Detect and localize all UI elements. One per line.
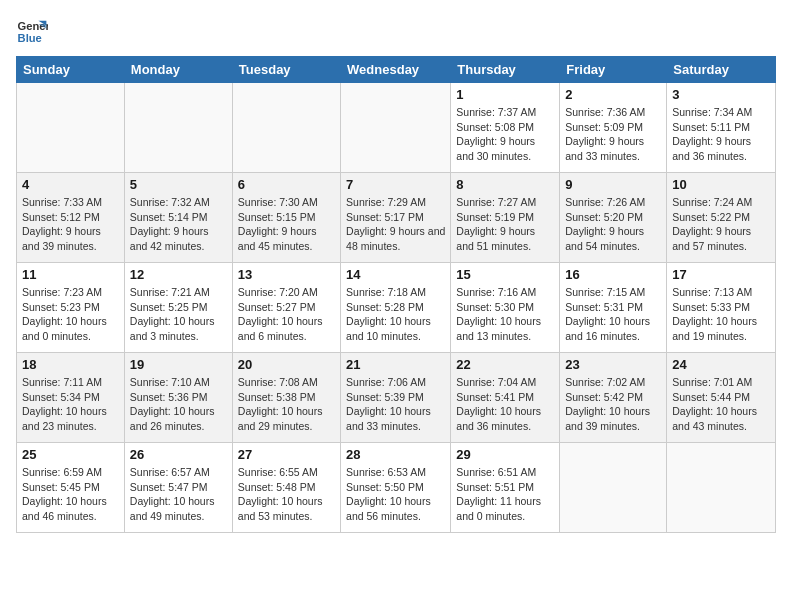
day-info: Sunrise: 7:10 AM Sunset: 5:36 PM Dayligh… <box>130 375 227 434</box>
calendar-cell: 16Sunrise: 7:15 AM Sunset: 5:31 PM Dayli… <box>560 263 667 353</box>
day-number: 11 <box>22 267 119 282</box>
calendar-cell: 9Sunrise: 7:26 AM Sunset: 5:20 PM Daylig… <box>560 173 667 263</box>
day-number: 14 <box>346 267 445 282</box>
day-info: Sunrise: 7:11 AM Sunset: 5:34 PM Dayligh… <box>22 375 119 434</box>
day-number: 20 <box>238 357 335 372</box>
day-number: 5 <box>130 177 227 192</box>
svg-text:Blue: Blue <box>18 32 42 44</box>
calendar-header-row: SundayMondayTuesdayWednesdayThursdayFrid… <box>17 57 776 83</box>
day-info: Sunrise: 7:34 AM Sunset: 5:11 PM Dayligh… <box>672 105 770 164</box>
day-number: 8 <box>456 177 554 192</box>
day-info: Sunrise: 7:27 AM Sunset: 5:19 PM Dayligh… <box>456 195 554 254</box>
day-number: 10 <box>672 177 770 192</box>
day-number: 26 <box>130 447 227 462</box>
day-info: Sunrise: 7:16 AM Sunset: 5:30 PM Dayligh… <box>456 285 554 344</box>
calendar-cell: 20Sunrise: 7:08 AM Sunset: 5:38 PM Dayli… <box>232 353 340 443</box>
calendar-cell: 19Sunrise: 7:10 AM Sunset: 5:36 PM Dayli… <box>124 353 232 443</box>
day-info: Sunrise: 7:02 AM Sunset: 5:42 PM Dayligh… <box>565 375 661 434</box>
day-info: Sunrise: 6:55 AM Sunset: 5:48 PM Dayligh… <box>238 465 335 524</box>
day-number: 22 <box>456 357 554 372</box>
day-number: 2 <box>565 87 661 102</box>
day-info: Sunrise: 6:51 AM Sunset: 5:51 PM Dayligh… <box>456 465 554 524</box>
calendar-week-row: 11Sunrise: 7:23 AM Sunset: 5:23 PM Dayli… <box>17 263 776 353</box>
day-info: Sunrise: 7:01 AM Sunset: 5:44 PM Dayligh… <box>672 375 770 434</box>
calendar-cell: 6Sunrise: 7:30 AM Sunset: 5:15 PM Daylig… <box>232 173 340 263</box>
calendar-cell <box>232 83 340 173</box>
calendar-cell: 13Sunrise: 7:20 AM Sunset: 5:27 PM Dayli… <box>232 263 340 353</box>
logo-icon: General Blue <box>16 16 48 48</box>
day-header-sunday: Sunday <box>17 57 125 83</box>
calendar-week-row: 18Sunrise: 7:11 AM Sunset: 5:34 PM Dayli… <box>17 353 776 443</box>
day-number: 12 <box>130 267 227 282</box>
day-info: Sunrise: 7:24 AM Sunset: 5:22 PM Dayligh… <box>672 195 770 254</box>
calendar-cell <box>17 83 125 173</box>
day-number: 7 <box>346 177 445 192</box>
day-number: 15 <box>456 267 554 282</box>
calendar-cell <box>667 443 776 533</box>
day-info: Sunrise: 7:36 AM Sunset: 5:09 PM Dayligh… <box>565 105 661 164</box>
day-info: Sunrise: 7:37 AM Sunset: 5:08 PM Dayligh… <box>456 105 554 164</box>
day-info: Sunrise: 7:08 AM Sunset: 5:38 PM Dayligh… <box>238 375 335 434</box>
calendar-cell: 27Sunrise: 6:55 AM Sunset: 5:48 PM Dayli… <box>232 443 340 533</box>
calendar-cell: 12Sunrise: 7:21 AM Sunset: 5:25 PM Dayli… <box>124 263 232 353</box>
calendar-cell: 10Sunrise: 7:24 AM Sunset: 5:22 PM Dayli… <box>667 173 776 263</box>
calendar-cell <box>341 83 451 173</box>
calendar-table: SundayMondayTuesdayWednesdayThursdayFrid… <box>16 56 776 533</box>
day-info: Sunrise: 7:20 AM Sunset: 5:27 PM Dayligh… <box>238 285 335 344</box>
day-info: Sunrise: 7:33 AM Sunset: 5:12 PM Dayligh… <box>22 195 119 254</box>
day-number: 6 <box>238 177 335 192</box>
day-header-wednesday: Wednesday <box>341 57 451 83</box>
calendar-cell: 17Sunrise: 7:13 AM Sunset: 5:33 PM Dayli… <box>667 263 776 353</box>
day-info: Sunrise: 7:06 AM Sunset: 5:39 PM Dayligh… <box>346 375 445 434</box>
calendar-cell: 29Sunrise: 6:51 AM Sunset: 5:51 PM Dayli… <box>451 443 560 533</box>
day-number: 3 <box>672 87 770 102</box>
calendar-week-row: 1Sunrise: 7:37 AM Sunset: 5:08 PM Daylig… <box>17 83 776 173</box>
calendar-cell: 5Sunrise: 7:32 AM Sunset: 5:14 PM Daylig… <box>124 173 232 263</box>
day-info: Sunrise: 7:15 AM Sunset: 5:31 PM Dayligh… <box>565 285 661 344</box>
calendar-cell: 7Sunrise: 7:29 AM Sunset: 5:17 PM Daylig… <box>341 173 451 263</box>
calendar-cell: 24Sunrise: 7:01 AM Sunset: 5:44 PM Dayli… <box>667 353 776 443</box>
day-number: 21 <box>346 357 445 372</box>
calendar-cell: 3Sunrise: 7:34 AM Sunset: 5:11 PM Daylig… <box>667 83 776 173</box>
calendar-cell: 22Sunrise: 7:04 AM Sunset: 5:41 PM Dayli… <box>451 353 560 443</box>
calendar-cell: 25Sunrise: 6:59 AM Sunset: 5:45 PM Dayli… <box>17 443 125 533</box>
day-header-friday: Friday <box>560 57 667 83</box>
day-info: Sunrise: 7:21 AM Sunset: 5:25 PM Dayligh… <box>130 285 227 344</box>
day-number: 1 <box>456 87 554 102</box>
calendar-week-row: 25Sunrise: 6:59 AM Sunset: 5:45 PM Dayli… <box>17 443 776 533</box>
calendar-cell <box>560 443 667 533</box>
day-info: Sunrise: 7:18 AM Sunset: 5:28 PM Dayligh… <box>346 285 445 344</box>
day-header-saturday: Saturday <box>667 57 776 83</box>
day-info: Sunrise: 7:23 AM Sunset: 5:23 PM Dayligh… <box>22 285 119 344</box>
day-header-monday: Monday <box>124 57 232 83</box>
day-number: 18 <box>22 357 119 372</box>
calendar-cell: 1Sunrise: 7:37 AM Sunset: 5:08 PM Daylig… <box>451 83 560 173</box>
day-number: 19 <box>130 357 227 372</box>
day-header-tuesday: Tuesday <box>232 57 340 83</box>
day-info: Sunrise: 7:26 AM Sunset: 5:20 PM Dayligh… <box>565 195 661 254</box>
calendar-cell: 23Sunrise: 7:02 AM Sunset: 5:42 PM Dayli… <box>560 353 667 443</box>
day-number: 28 <box>346 447 445 462</box>
day-info: Sunrise: 7:29 AM Sunset: 5:17 PM Dayligh… <box>346 195 445 254</box>
logo: General Blue <box>16 16 52 48</box>
calendar-week-row: 4Sunrise: 7:33 AM Sunset: 5:12 PM Daylig… <box>17 173 776 263</box>
day-number: 4 <box>22 177 119 192</box>
calendar-cell: 18Sunrise: 7:11 AM Sunset: 5:34 PM Dayli… <box>17 353 125 443</box>
day-info: Sunrise: 6:59 AM Sunset: 5:45 PM Dayligh… <box>22 465 119 524</box>
calendar-cell: 11Sunrise: 7:23 AM Sunset: 5:23 PM Dayli… <box>17 263 125 353</box>
day-number: 16 <box>565 267 661 282</box>
day-info: Sunrise: 6:57 AM Sunset: 5:47 PM Dayligh… <box>130 465 227 524</box>
day-info: Sunrise: 7:32 AM Sunset: 5:14 PM Dayligh… <box>130 195 227 254</box>
day-number: 23 <box>565 357 661 372</box>
day-number: 24 <box>672 357 770 372</box>
day-number: 27 <box>238 447 335 462</box>
day-info: Sunrise: 7:13 AM Sunset: 5:33 PM Dayligh… <box>672 285 770 344</box>
calendar-cell: 28Sunrise: 6:53 AM Sunset: 5:50 PM Dayli… <box>341 443 451 533</box>
day-number: 29 <box>456 447 554 462</box>
calendar-cell: 4Sunrise: 7:33 AM Sunset: 5:12 PM Daylig… <box>17 173 125 263</box>
calendar-cell: 2Sunrise: 7:36 AM Sunset: 5:09 PM Daylig… <box>560 83 667 173</box>
day-number: 13 <box>238 267 335 282</box>
calendar-cell: 21Sunrise: 7:06 AM Sunset: 5:39 PM Dayli… <box>341 353 451 443</box>
day-info: Sunrise: 7:30 AM Sunset: 5:15 PM Dayligh… <box>238 195 335 254</box>
calendar-cell: 15Sunrise: 7:16 AM Sunset: 5:30 PM Dayli… <box>451 263 560 353</box>
